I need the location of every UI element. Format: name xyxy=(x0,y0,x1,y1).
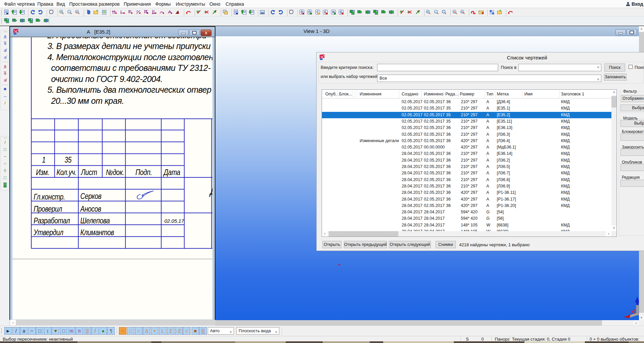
svg-text:«: « xyxy=(453,10,455,13)
svg-text:«: « xyxy=(76,10,78,13)
svg-text:«: « xyxy=(461,10,463,13)
svg-text:-: - xyxy=(435,10,436,13)
svg-text:-: - xyxy=(69,10,70,13)
svg-text:+: + xyxy=(60,10,62,13)
svg-text:?: ? xyxy=(86,9,88,13)
svg-text:+: + xyxy=(427,10,429,13)
svg-text:□: □ xyxy=(443,10,445,13)
